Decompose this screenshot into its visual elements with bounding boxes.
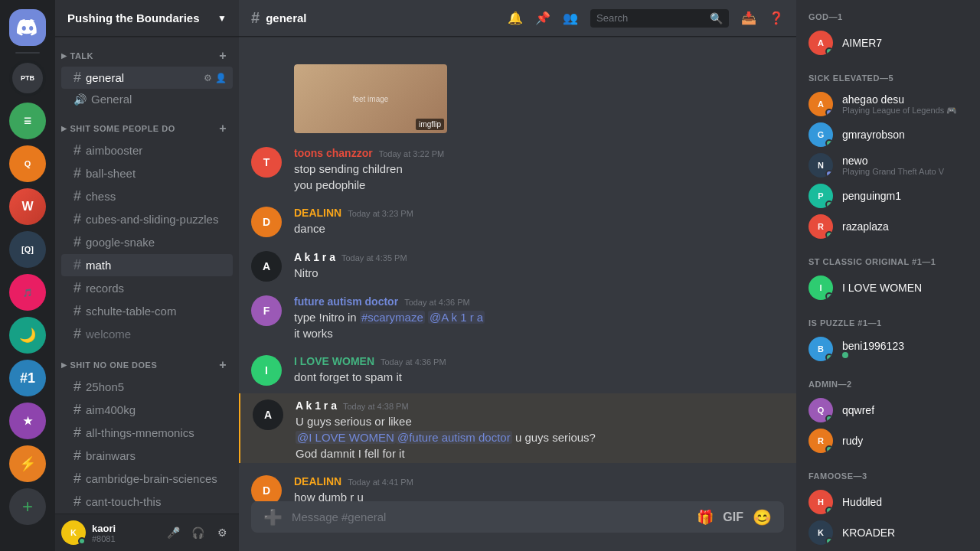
- add-channel-sspd[interactable]: +: [219, 122, 227, 135]
- channel-cambridge[interactable]: # cambridge-brain-sciences: [61, 468, 233, 490]
- invite-icon-general: 👤: [215, 73, 227, 83]
- channel-records-name: records: [86, 282, 124, 295]
- message-author-dealinn-1[interactable]: DEALINN: [294, 207, 341, 219]
- channel-aim400kg[interactable]: # aim400kg: [61, 399, 233, 421]
- member-aimer7[interactable]: A AIMER7: [802, 28, 974, 58]
- category-talk[interactable]: ▶ TALK +: [55, 37, 239, 66]
- server-icon-5[interactable]: [Q]: [9, 231, 46, 268]
- add-attachment-icon[interactable]: ➕: [263, 508, 283, 527]
- member-penguin[interactable]: P penguingm1: [802, 181, 974, 211]
- gift-icon[interactable]: 🎁: [697, 509, 714, 526]
- channel-general[interactable]: # general ⚙ 👤: [61, 67, 233, 89]
- server-icon-4[interactable]: W: [9, 188, 46, 225]
- discord-home-icon[interactable]: [9, 9, 46, 46]
- search-bar[interactable]: 🔍: [590, 9, 729, 28]
- avatar-akira-1[interactable]: A: [251, 251, 282, 282]
- mention-ilw[interactable]: @I LOVE WOMEN: [296, 431, 396, 444]
- message-author-akira-2[interactable]: A k 1 r a: [296, 399, 337, 412]
- channel-aimbooster[interactable]: # aimbooster: [61, 139, 233, 161]
- user-settings-button[interactable]: ⚙: [211, 522, 233, 543]
- channel-chess[interactable]: # chess: [61, 185, 233, 207]
- server-icon-3[interactable]: Q: [9, 145, 46, 182]
- add-channel-snod[interactable]: +: [219, 358, 227, 372]
- gif-icon[interactable]: GIF: [723, 510, 743, 524]
- channel-25hon5-name: 25hon5: [86, 380, 124, 393]
- message-author-akira-1[interactable]: A k 1 r a: [294, 251, 335, 263]
- channel-math[interactable]: # math: [61, 254, 233, 276]
- message-author-ilw-1[interactable]: I LOVE WOMEN: [294, 355, 374, 367]
- channel-General-voice[interactable]: 🔊 General: [61, 90, 233, 109]
- member-zeeq[interactable]: Z Zeeq: [802, 548, 974, 551]
- deafen-button[interactable]: 🎧: [187, 522, 208, 543]
- message-text-akira-2-3: God damnit I fell for it: [296, 445, 784, 461]
- avatar-dealinn-2[interactable]: D: [251, 475, 282, 501]
- server-icon-ptb[interactable]: PTB: [9, 60, 46, 96]
- emoji-icon[interactable]: 😊: [753, 508, 772, 527]
- search-input[interactable]: [596, 12, 704, 24]
- add-server-icon[interactable]: +: [9, 488, 46, 525]
- channel-cubes[interactable]: # cubes-and-sliding-puzzles: [61, 208, 233, 230]
- user-area: K kaori #8081 🎤 🎧 ⚙: [55, 514, 239, 551]
- avatar-dealinn-1[interactable]: D: [251, 207, 282, 237]
- settings-icon-general: ⚙: [204, 73, 212, 83]
- member-huddled[interactable]: H Huddled: [802, 487, 974, 517]
- message-content-akira-2: A k 1 r a Today at 4:38 PM U guys seriou…: [296, 399, 784, 461]
- channel-google-snake[interactable]: # google-snake: [61, 231, 233, 253]
- hash-icon-schulte: #: [74, 303, 81, 319]
- category-sspd[interactable]: ▶ SHIT SOME PEOPLE DO +: [55, 109, 239, 139]
- server-icon-6[interactable]: 🎵: [9, 274, 46, 311]
- inbox-icon[interactable]: 📥: [741, 11, 756, 25]
- channel-general-voice-name: General: [91, 93, 132, 106]
- message-text-dealinn-1: dance: [294, 220, 784, 236]
- channel-records[interactable]: # records: [61, 277, 233, 299]
- mention-akira[interactable]: @A k 1 r a: [428, 311, 485, 324]
- member-gmray[interactable]: G gmrayrobson: [802, 119, 974, 150]
- user-avatar[interactable]: K: [61, 520, 86, 545]
- member-name-newo: newo: [842, 155, 944, 167]
- add-channel-talk[interactable]: +: [219, 49, 227, 63]
- chat-channel-name: general: [266, 11, 306, 24]
- message-author-toons[interactable]: toons chanzzor: [294, 147, 373, 159]
- message-input[interactable]: [292, 501, 688, 533]
- message-author-dealinn-2[interactable]: DEALINN: [294, 475, 341, 487]
- server-icon-2[interactable]: ☰: [9, 103, 46, 139]
- member-newo[interactable]: N newo Playing Grand Theft Auto V: [802, 150, 974, 181]
- server-icon-9[interactable]: ★: [9, 403, 46, 439]
- avatar-toons[interactable]: T: [251, 147, 282, 178]
- channel-all-things-mnemonics[interactable]: # all-things-mnemonics: [61, 422, 233, 444]
- hash-icon-atm: #: [74, 425, 81, 441]
- avatar-ilw-1[interactable]: I: [251, 355, 282, 386]
- help-icon[interactable]: ❓: [769, 11, 784, 25]
- channel-brainwars[interactable]: # brainwars: [61, 445, 233, 467]
- server-icon-7[interactable]: 🌙: [9, 317, 46, 354]
- members-icon[interactable]: 👥: [563, 11, 578, 25]
- member-beni[interactable]: B beni1996123: [802, 334, 974, 364]
- member-kroader[interactable]: K KROADER: [802, 517, 974, 548]
- chat-header: # general 🔔 📌 👥 🔍 📥 ❓: [239, 0, 796, 37]
- message-author-fad[interactable]: future autism doctor: [294, 295, 398, 308]
- category-snod[interactable]: ▶ SHIT NO ONE DOES +: [55, 346, 239, 375]
- hash-icon-ctt: #: [74, 494, 81, 510]
- server-header[interactable]: Pushing the Boundaries ▼: [55, 0, 239, 37]
- channel-ball-sheet[interactable]: # ball-sheet: [61, 162, 233, 184]
- mute-button[interactable]: 🎤: [162, 522, 184, 543]
- pin-icon[interactable]: 📌: [535, 11, 550, 25]
- avatar-fad[interactable]: F: [251, 295, 282, 326]
- message-toons: T toons chanzzor Today at 3:22 PM stop s…: [239, 141, 796, 194]
- member-rudy[interactable]: R rudy: [802, 425, 974, 456]
- member-qqwref[interactable]: Q qqwref: [802, 395, 974, 425]
- channel-25hon5[interactable]: # 25hon5: [61, 376, 233, 398]
- notification-icon[interactable]: 🔔: [508, 11, 523, 25]
- channel-cant-touch-this[interactable]: # cant-touch-this: [61, 491, 233, 513]
- server-icon-10[interactable]: ⚡: [9, 445, 46, 482]
- mention-fad[interactable]: @future autism doctor: [396, 431, 512, 444]
- channel-schulte[interactable]: # schulte-table-com: [61, 300, 233, 322]
- channel-aimbooster-name: aimbooster: [86, 144, 142, 157]
- member-ahegao[interactable]: A ahegao desu Playing League of Legends …: [802, 89, 974, 119]
- channel-welcome[interactable]: # welcome: [61, 323, 233, 345]
- member-raza[interactable]: R razaplaza: [802, 211, 974, 242]
- mention-scarymaze[interactable]: #scarymaze: [360, 311, 425, 324]
- avatar-akira-2[interactable]: A: [253, 399, 283, 430]
- member-ilw[interactable]: I I LOVE WOMEN: [802, 272, 974, 303]
- server-icon-8[interactable]: #1: [9, 360, 46, 396]
